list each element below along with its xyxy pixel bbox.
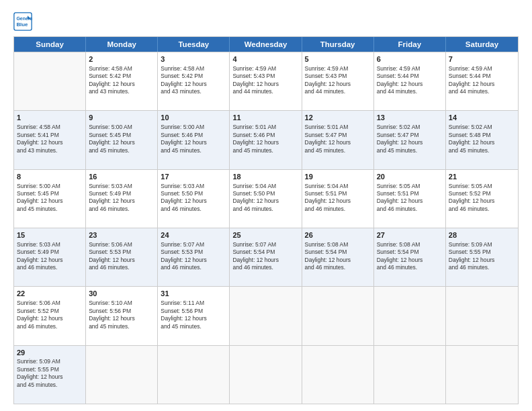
daylight: Daylight: 12 hoursand 45 minutes.: [232, 139, 279, 153]
cal-cell-day-13: 13Sunrise: 5:02 AMSunset: 5:47 PMDayligh…: [374, 111, 446, 169]
sunset: Sunset: 5:49 PM: [17, 248, 59, 255]
sunrise: Sunrise: 5:11 AM: [161, 300, 204, 306]
daylight: Daylight: 12 hoursand 46 minutes.: [305, 257, 351, 271]
cal-cell-day-26: 26Sunrise: 5:08 AMSunset: 5:54 PMDayligh…: [302, 228, 374, 286]
cal-cell-day-11: 11Sunrise: 5:01 AMSunset: 5:46 PMDayligh…: [230, 111, 302, 169]
sunrise: Sunrise: 5:02 AM: [449, 124, 492, 130]
cal-cell-day-23: 23Sunrise: 5:06 AMSunset: 5:53 PMDayligh…: [86, 228, 158, 286]
cal-cell-empty: [302, 287, 374, 345]
daylight: Daylight: 12 hoursand 46 minutes.: [17, 315, 63, 329]
sunrise: Sunrise: 5:08 AM: [377, 241, 420, 248]
cal-cell-day-18: 18Sunrise: 5:04 AMSunset: 5:50 PMDayligh…: [230, 170, 302, 228]
sunset: Sunset: 5:47 PM: [305, 132, 347, 138]
sunrise: Sunrise: 4:59 AM: [232, 65, 276, 72]
sunset: Sunset: 5:56 PM: [89, 308, 131, 314]
day-number: 18: [232, 172, 298, 182]
daylight: Daylight: 12 hoursand 45 minutes.: [161, 139, 207, 153]
cal-cell-day-28: 28Sunrise: 5:09 AMSunset: 5:55 PMDayligh…: [446, 228, 518, 286]
sunset: Sunset: 5:44 PM: [449, 73, 491, 79]
sunset: Sunset: 5:50 PM: [232, 190, 275, 197]
cal-cell-empty: [14, 52, 86, 110]
daylight: Daylight: 12 hoursand 46 minutes.: [161, 257, 207, 271]
cal-row-0: 2Sunrise: 4:58 AMSunset: 5:42 PMDaylight…: [14, 52, 518, 110]
daylight: Daylight: 12 hoursand 45 minutes.: [17, 197, 63, 212]
day-number: 7: [449, 54, 515, 64]
day-number: 8: [17, 172, 83, 182]
cal-cell-empty: [446, 287, 518, 345]
header: General Blue: [13, 12, 519, 31]
sunrise: Sunrise: 5:04 AM: [232, 183, 276, 189]
sunrise: Sunrise: 5:03 AM: [89, 183, 132, 189]
sunrise: Sunrise: 5:00 AM: [17, 183, 60, 189]
day-number: 17: [161, 172, 226, 182]
sunset: Sunset: 5:48 PM: [449, 132, 491, 138]
sunrise: Sunrise: 5:05 AM: [377, 183, 420, 189]
header-day-monday: Monday: [86, 37, 158, 52]
day-number: 24: [161, 230, 226, 240]
daylight: Daylight: 12 hoursand 46 minutes.: [377, 257, 423, 271]
sunset: Sunset: 5:49 PM: [89, 190, 131, 197]
daylight: Daylight: 12 hoursand 43 minutes.: [161, 81, 207, 95]
sunrise: Sunrise: 4:59 AM: [377, 65, 420, 72]
day-number: 4: [232, 54, 298, 64]
daylight: Daylight: 12 hoursand 46 minutes.: [449, 257, 495, 271]
day-number: 1: [17, 113, 83, 123]
cal-cell-day-31: 31Sunrise: 5:11 AMSunset: 5:56 PMDayligh…: [158, 287, 230, 345]
sunrise: Sunrise: 5:06 AM: [89, 241, 132, 248]
cal-cell-day-25: 25Sunrise: 5:07 AMSunset: 5:54 PMDayligh…: [230, 228, 302, 286]
day-number: 15: [17, 230, 83, 240]
sunset: Sunset: 5:51 PM: [377, 190, 419, 197]
cal-cell-day-5: 5Sunrise: 4:59 AMSunset: 5:43 PMDaylight…: [302, 52, 374, 110]
daylight: Daylight: 12 hoursand 45 minutes.: [305, 139, 351, 153]
day-number: 11: [232, 113, 298, 123]
sunset: Sunset: 5:43 PM: [305, 73, 347, 79]
logo-icon: General Blue: [13, 12, 32, 31]
sunset: Sunset: 5:46 PM: [161, 132, 203, 138]
daylight: Daylight: 12 hoursand 46 minutes.: [232, 197, 279, 212]
header-day-sunday: Sunday: [14, 37, 86, 52]
cal-cell-day-17: 17Sunrise: 5:03 AMSunset: 5:50 PMDayligh…: [158, 170, 230, 228]
sunset: Sunset: 5:47 PM: [377, 132, 419, 138]
sunset: Sunset: 5:46 PM: [232, 132, 275, 138]
day-number: 13: [377, 113, 443, 123]
sunset: Sunset: 5:43 PM: [232, 73, 275, 79]
daylight: Daylight: 12 hoursand 44 minutes.: [449, 81, 495, 95]
calendar-header: SundayMondayTuesdayWednesdayThursdayFrid…: [14, 37, 518, 52]
cal-row-1: 1Sunrise: 4:58 AMSunset: 5:41 PMDaylight…: [14, 110, 518, 169]
sunrise: Sunrise: 5:07 AM: [232, 241, 276, 248]
sunrise: Sunrise: 5:01 AM: [305, 124, 349, 130]
logo: General Blue: [13, 12, 35, 31]
daylight: Daylight: 12 hoursand 44 minutes.: [377, 81, 423, 95]
cal-cell-empty: [374, 346, 446, 404]
cal-cell-day-24: 24Sunrise: 5:07 AMSunset: 5:53 PMDayligh…: [158, 228, 230, 286]
daylight: Daylight: 12 hoursand 46 minutes.: [89, 197, 135, 212]
sunset: Sunset: 5:54 PM: [377, 248, 419, 255]
sunrise: Sunrise: 4:58 AM: [161, 65, 204, 72]
cal-cell-empty: [230, 287, 302, 345]
day-number: 29: [17, 348, 83, 358]
sunrise: Sunrise: 5:00 AM: [161, 124, 204, 130]
cal-cell-day-9: 9Sunrise: 5:00 AMSunset: 5:45 PMDaylight…: [86, 111, 158, 169]
sunset: Sunset: 5:53 PM: [89, 248, 131, 255]
day-number: 5: [305, 54, 371, 64]
daylight: Daylight: 12 hoursand 45 minutes.: [449, 139, 495, 153]
day-number: 26: [305, 230, 371, 240]
sunset: Sunset: 5:53 PM: [161, 248, 203, 255]
daylight: Daylight: 12 hoursand 44 minutes.: [305, 81, 351, 95]
daylight: Daylight: 12 hoursand 46 minutes.: [232, 257, 279, 271]
sunrise: Sunrise: 4:59 AM: [449, 65, 492, 72]
sunrise: Sunrise: 5:08 AM: [305, 241, 349, 248]
page: General Blue SundayMondayTuesdayWednesda…: [0, 0, 532, 411]
sunset: Sunset: 5:45 PM: [89, 132, 131, 138]
sunset: Sunset: 5:54 PM: [305, 248, 347, 255]
calendar-body: 2Sunrise: 4:58 AMSunset: 5:42 PMDaylight…: [14, 52, 518, 404]
day-number: 3: [161, 54, 226, 64]
day-number: 25: [232, 230, 298, 240]
daylight: Daylight: 12 hoursand 44 minutes.: [232, 81, 279, 95]
cal-cell-day-19: 19Sunrise: 5:04 AMSunset: 5:51 PMDayligh…: [302, 170, 374, 228]
daylight: Daylight: 12 hoursand 46 minutes.: [449, 197, 495, 212]
sunset: Sunset: 5:45 PM: [17, 190, 59, 197]
daylight: Daylight: 12 hoursand 45 minutes.: [17, 373, 63, 387]
daylight: Daylight: 12 hoursand 43 minutes.: [17, 139, 63, 153]
day-number: 6: [377, 54, 443, 64]
